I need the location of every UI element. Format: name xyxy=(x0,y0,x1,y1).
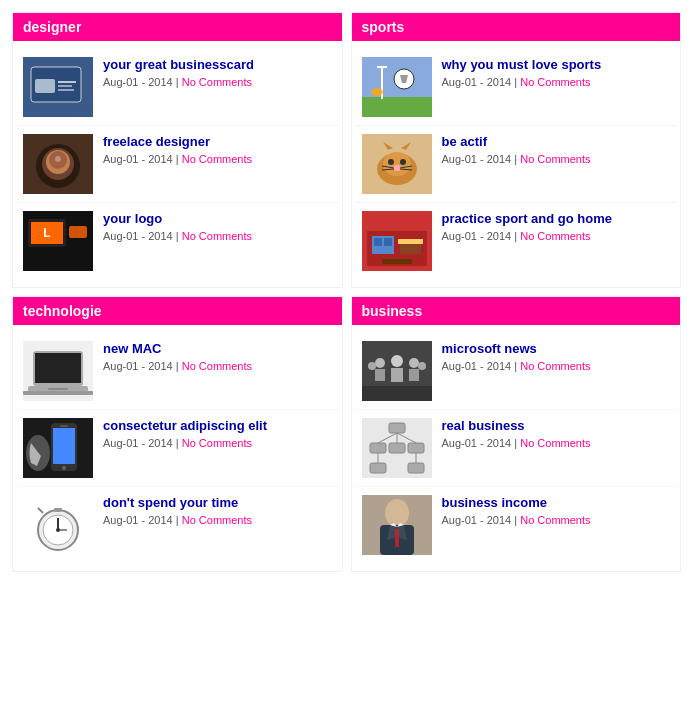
meta-separator: | xyxy=(173,437,182,449)
list-item: new MACAug-01 - 2014 | No Comments xyxy=(17,333,338,410)
section-business: businessmicrosoft newsAug-01 - 2014 | No… xyxy=(351,296,682,572)
post-date: Aug-01 - 2014 xyxy=(442,230,512,242)
post-date: Aug-01 - 2014 xyxy=(442,153,512,165)
svg-rect-49 xyxy=(48,388,68,390)
svg-rect-40 xyxy=(384,238,392,246)
svg-point-23 xyxy=(371,88,383,96)
post-title[interactable]: your logo xyxy=(103,211,332,226)
no-comments-link[interactable]: No Comments xyxy=(520,76,590,88)
svg-rect-41 xyxy=(398,239,423,244)
post-title[interactable]: don't spend your time xyxy=(103,495,332,510)
post-title[interactable]: practice sport and go home xyxy=(442,211,671,226)
post-thumbnail: L xyxy=(23,211,93,271)
post-thumbnail xyxy=(23,418,93,478)
post-meta: Aug-01 - 2014 | No Comments xyxy=(442,360,671,372)
svg-rect-2 xyxy=(35,79,55,93)
svg-rect-52 xyxy=(53,428,75,464)
svg-rect-73 xyxy=(362,386,432,401)
post-title[interactable]: microsoft news xyxy=(442,341,671,356)
post-meta: Aug-01 - 2014 | No Comments xyxy=(103,153,332,165)
list-item: why you must love sportsAug-01 - 2014 | … xyxy=(356,49,677,126)
post-thumbnail xyxy=(362,57,432,117)
svg-rect-80 xyxy=(408,463,424,473)
no-comments-link[interactable]: No Comments xyxy=(520,230,590,242)
no-comments-link[interactable]: No Comments xyxy=(520,360,590,372)
post-date: Aug-01 - 2014 xyxy=(103,76,173,88)
list-item: your great businesscardAug-01 - 2014 | N… xyxy=(17,49,338,126)
no-comments-link[interactable]: No Comments xyxy=(520,153,590,165)
no-comments-link[interactable]: No Comments xyxy=(520,437,590,449)
post-thumbnail xyxy=(362,211,432,271)
no-comments-link[interactable]: No Comments xyxy=(182,514,252,526)
svg-rect-43 xyxy=(382,259,412,264)
svg-rect-46 xyxy=(35,353,81,383)
post-date: Aug-01 - 2014 xyxy=(103,360,173,372)
svg-point-11 xyxy=(55,156,61,162)
post-date: Aug-01 - 2014 xyxy=(103,514,173,526)
svg-rect-42 xyxy=(400,244,421,254)
svg-rect-79 xyxy=(370,463,386,473)
section-body-designer: your great businesscardAug-01 - 2014 | N… xyxy=(13,41,342,287)
post-date: Aug-01 - 2014 xyxy=(442,360,512,372)
post-title[interactable]: new MAC xyxy=(103,341,332,356)
svg-point-65 xyxy=(391,355,403,367)
list-item: consectetur adipiscing elitAug-01 - 2014… xyxy=(17,410,338,487)
no-comments-link[interactable]: No Comments xyxy=(520,514,590,526)
post-title[interactable]: consectetur adipiscing elit xyxy=(103,418,332,433)
list-item: real businessAug-01 - 2014 | No Comments xyxy=(356,410,677,487)
meta-separator: | xyxy=(511,514,520,526)
post-content: why you must love sportsAug-01 - 2014 | … xyxy=(442,57,671,88)
post-meta: Aug-01 - 2014 | No Comments xyxy=(442,437,671,449)
svg-point-27 xyxy=(388,159,394,165)
list-item: Lyour logoAug-01 - 2014 | No Comments xyxy=(17,203,338,279)
section-body-sports: why you must love sportsAug-01 - 2014 | … xyxy=(352,41,681,287)
no-comments-link[interactable]: No Comments xyxy=(182,360,252,372)
page-grid: designeryour great businesscardAug-01 - … xyxy=(0,0,693,584)
post-title[interactable]: be actif xyxy=(442,134,671,149)
meta-separator: | xyxy=(173,360,182,372)
post-title[interactable]: real business xyxy=(442,418,671,433)
svg-rect-62 xyxy=(54,508,62,512)
svg-point-61 xyxy=(56,528,60,532)
no-comments-link[interactable]: No Comments xyxy=(182,153,252,165)
post-date: Aug-01 - 2014 xyxy=(442,76,512,88)
post-date: Aug-01 - 2014 xyxy=(103,153,173,165)
svg-rect-68 xyxy=(375,369,385,381)
post-title[interactable]: why you must love sports xyxy=(442,57,671,72)
svg-point-87 xyxy=(385,499,409,527)
no-comments-link[interactable]: No Comments xyxy=(182,230,252,242)
post-title[interactable]: business income xyxy=(442,495,671,510)
post-content: your great businesscardAug-01 - 2014 | N… xyxy=(103,57,332,88)
post-content: new MACAug-01 - 2014 | No Comments xyxy=(103,341,332,372)
list-item: business incomeAug-01 - 2014 | No Commen… xyxy=(356,487,677,563)
post-date: Aug-01 - 2014 xyxy=(103,230,173,242)
post-meta: Aug-01 - 2014 | No Comments xyxy=(442,153,671,165)
post-title[interactable]: freelace designer xyxy=(103,134,332,149)
post-thumbnail xyxy=(23,134,93,194)
section-header-technologie: technologie xyxy=(13,297,342,325)
section-body-technologie: new MACAug-01 - 2014 | No Commentsconsec… xyxy=(13,325,342,571)
svg-point-29 xyxy=(393,165,401,171)
meta-separator: | xyxy=(173,230,182,242)
post-title[interactable]: your great businesscard xyxy=(103,57,332,72)
post-meta: Aug-01 - 2014 | No Comments xyxy=(442,76,671,88)
post-content: your logoAug-01 - 2014 | No Comments xyxy=(103,211,332,242)
svg-rect-75 xyxy=(389,423,405,433)
svg-point-72 xyxy=(418,362,426,370)
list-item: freelace designerAug-01 - 2014 | No Comm… xyxy=(17,126,338,203)
meta-separator: | xyxy=(511,437,520,449)
meta-separator: | xyxy=(511,230,520,242)
no-comments-link[interactable]: No Comments xyxy=(182,76,252,88)
post-content: freelace designerAug-01 - 2014 | No Comm… xyxy=(103,134,332,165)
post-content: be actifAug-01 - 2014 | No Comments xyxy=(442,134,671,165)
section-designer: designeryour great businesscardAug-01 - … xyxy=(12,12,343,288)
post-date: Aug-01 - 2014 xyxy=(442,437,512,449)
svg-rect-76 xyxy=(370,443,386,453)
post-meta: Aug-01 - 2014 | No Comments xyxy=(103,76,332,88)
section-header-sports: sports xyxy=(352,13,681,41)
post-date: Aug-01 - 2014 xyxy=(442,514,512,526)
svg-rect-18 xyxy=(362,97,432,117)
post-thumbnail xyxy=(23,57,93,117)
svg-point-28 xyxy=(400,159,406,165)
no-comments-link[interactable]: No Comments xyxy=(182,437,252,449)
